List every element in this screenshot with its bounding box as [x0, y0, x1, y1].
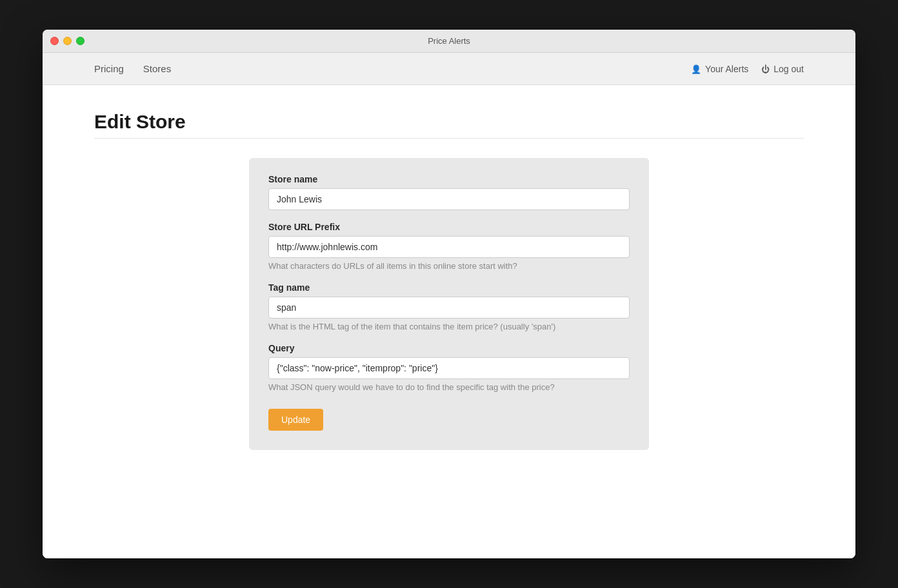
query-label: Query	[268, 343, 630, 353]
app-window: Price Alerts Pricing Stores Your Alerts …	[43, 30, 855, 558]
tag-name-input[interactable]	[268, 297, 630, 318]
store-name-label: Store name	[268, 174, 630, 184]
store-url-group: Store URL Prefix What characters do URLs…	[268, 222, 630, 271]
query-help: What JSON query would we have to do to f…	[268, 382, 630, 392]
query-group: Query What JSON query would we have to d…	[268, 343, 630, 392]
minimize-button[interactable]	[63, 37, 72, 45]
your-alerts-link[interactable]: Your Alerts	[691, 64, 748, 74]
maximize-button[interactable]	[76, 37, 85, 45]
tag-name-group: Tag name What is the HTML tag of the ite…	[268, 282, 630, 331]
logout-icon	[761, 64, 771, 74]
close-button[interactable]	[50, 37, 59, 45]
nav-stores[interactable]: Stores	[143, 63, 171, 74]
store-name-group: Store name	[268, 174, 630, 210]
tag-name-help: What is the HTML tag of the item that co…	[268, 322, 630, 331]
nav-left: Pricing Stores	[94, 63, 171, 74]
store-url-input[interactable]	[268, 236, 630, 258]
nav-pricing[interactable]: Pricing	[94, 63, 124, 74]
title-bar: Price Alerts	[43, 30, 855, 53]
divider	[94, 138, 804, 139]
tag-name-label: Tag name	[268, 282, 630, 293]
nav-right: Your Alerts Log out	[691, 64, 804, 74]
logout-link[interactable]: Log out	[761, 64, 804, 74]
page-title: Edit Store	[94, 111, 804, 133]
update-button[interactable]: Update	[268, 409, 323, 431]
navbar: Pricing Stores Your Alerts Log out	[43, 53, 855, 85]
person-icon	[691, 64, 703, 74]
store-name-input[interactable]	[268, 188, 630, 210]
store-url-help: What characters do URLs of all items in …	[268, 261, 630, 271]
traffic-lights	[50, 37, 85, 45]
edit-store-form-card: Store name Store URL Prefix What charact…	[249, 158, 649, 450]
query-input[interactable]	[268, 357, 630, 379]
main-content: Edit Store Store name Store URL Prefix W…	[43, 85, 855, 558]
store-url-label: Store URL Prefix	[268, 222, 630, 232]
window-title: Price Alerts	[428, 36, 470, 46]
